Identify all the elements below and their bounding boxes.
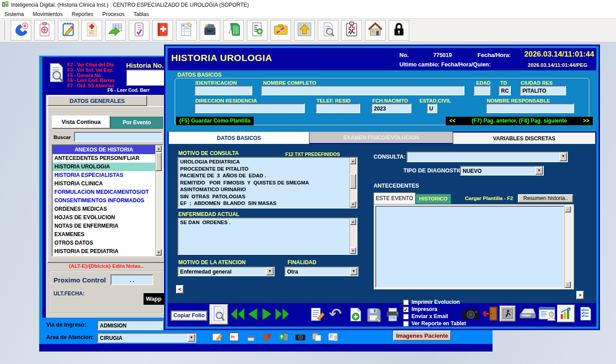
imagenes-paciente-button[interactable]: Imagenes Paciente <box>393 331 451 341</box>
medical-clipboard-button[interactable] <box>341 20 362 41</box>
phone-add-button[interactable] <box>11 20 31 41</box>
wapp-button[interactable]: Wapp <box>144 293 164 305</box>
list-item[interactable]: CONSENTIMIENTOS INFORMADOS <box>53 196 155 205</box>
menu-sistema[interactable]: Sistema <box>0 10 28 18</box>
chevron-down-icon[interactable]: ▼ <box>350 267 357 275</box>
anexos-scrollbar[interactable]: ▲ ▼ <box>155 145 162 256</box>
list-item[interactable]: HOJAS DE EVOLUCION <box>53 213 155 222</box>
scanner-button[interactable] <box>518 307 537 323</box>
edit-record-button[interactable] <box>309 307 325 324</box>
chart-button[interactable] <box>557 305 575 323</box>
list-item[interactable]: HISTORIA UROLOGIA <box>53 163 155 171</box>
medical-book-button[interactable] <box>152 20 173 41</box>
scroll-thumb[interactable] <box>156 152 162 171</box>
estad-civil-input[interactable]: U <box>427 103 437 113</box>
camera-button[interactable] <box>461 306 480 323</box>
spreadsheet-edit-button[interactable] <box>176 20 197 41</box>
nombre-completo-input[interactable] <box>261 86 464 95</box>
checkbox[interactable] <box>403 299 409 305</box>
search-folio-button[interactable] <box>209 304 228 325</box>
scroll-down-icon[interactable]: ▼ <box>350 201 356 208</box>
list-item[interactable]: EXAMENES <box>53 230 155 239</box>
tipo-diagnostico-combo[interactable]: NUEVO ▼ <box>460 166 544 176</box>
tasks-button[interactable] <box>578 306 594 323</box>
menu-reportes[interactable]: Reportes <box>67 10 98 18</box>
history-doc-icon[interactable]: H: <box>228 331 241 341</box>
export-table-button[interactable] <box>105 20 126 41</box>
toolbox-button[interactable] <box>271 20 291 41</box>
scroll-up-icon[interactable]: ▲ <box>156 145 162 152</box>
scroll-right-button[interactable]: > <box>576 291 584 299</box>
upload-button[interactable] <box>294 20 315 41</box>
scroll-left-button[interactable]: < <box>176 285 184 294</box>
checkbox[interactable] <box>403 314 409 319</box>
list-item[interactable]: HISTORIA DE PEDIATRIA <box>53 247 155 256</box>
tab-historico[interactable]: HISTORICO <box>415 194 451 204</box>
antecedentes-scrollbar[interactable]: ▲ ▼ <box>564 206 571 288</box>
book-icon[interactable] <box>261 331 274 341</box>
new-record-button[interactable] <box>348 307 364 324</box>
home-button[interactable] <box>365 20 386 41</box>
document-medical-button[interactable] <box>82 20 102 41</box>
telef-input[interactable] <box>316 103 360 113</box>
save-button[interactable] <box>365 307 382 324</box>
nav-last-button[interactable] <box>275 307 290 323</box>
f12-predefinidos-hint[interactable]: F12 TXT PREDEFINIDOS <box>285 151 340 157</box>
motivo-scrollbar[interactable]: ▲ ▼ <box>349 158 357 208</box>
note-edit-icon[interactable] <box>212 331 224 341</box>
chevron-down-icon[interactable]: ▼ <box>535 167 543 175</box>
list-item[interactable]: NOTAS DE ENFERMERIA <box>53 222 155 230</box>
archive-box-button[interactable] <box>200 20 220 41</box>
notepad-edit-button[interactable] <box>58 20 78 41</box>
nav-next-button[interactable] <box>261 307 273 323</box>
list-item[interactable]: ORDENES MEDICAS <box>53 205 155 213</box>
scroll-up-icon[interactable]: ▲ <box>565 206 571 213</box>
chevron-down-icon[interactable]: ▼ <box>559 152 567 161</box>
direccion-input[interactable] <box>194 103 305 113</box>
responsable-input[interactable] <box>486 103 574 113</box>
cargar-plantilla-hint[interactable]: Cargar Plantilla - F2 <box>465 196 513 201</box>
pag-next-icon[interactable]: >> <box>583 117 589 125</box>
tab-datos-generales[interactable]: DATOS GENERALES <box>47 95 147 106</box>
chevron-down-icon[interactable]: ▼ <box>188 334 195 342</box>
enfermedad-actual-textarea[interactable]: SE DAN ORDENES . <box>177 217 357 255</box>
historia-no-input[interactable] <box>126 70 164 86</box>
scroll-down-icon[interactable]: ▼ <box>565 281 571 288</box>
checklist-button[interactable] <box>129 20 149 41</box>
guardar-plantilla-hint[interactable]: {F5} Guardar Como Plantilla <box>176 117 254 125</box>
lock-button[interactable] <box>389 20 409 41</box>
area-atencion-combo[interactable]: CIRUGIA ▼ <box>97 333 196 343</box>
tab-vista-continua[interactable]: Vista Continua <box>52 115 111 129</box>
print-button[interactable] <box>384 307 401 324</box>
exit-door-button[interactable] <box>482 306 499 323</box>
form-person-icon[interactable] <box>327 331 340 341</box>
finalidad-combo[interactable]: Otra ▼ <box>284 266 358 276</box>
tab-este-evento[interactable]: ESTE EVENTO <box>374 192 415 204</box>
chevron-down-icon[interactable]: ▼ <box>266 267 274 275</box>
phone-upload-icon[interactable] <box>278 331 290 341</box>
menu-movimientos[interactable]: Movimientos <box>28 10 67 18</box>
scroll-down-icon[interactable]: ▼ <box>156 249 162 256</box>
copy-docs-icon[interactable] <box>311 331 323 341</box>
printer-icon[interactable] <box>245 331 257 341</box>
pag-prev-icon[interactable]: << <box>449 117 456 125</box>
enfermedad-scrollbar[interactable]: ▲ ▼ <box>349 218 357 254</box>
motivo-atencion-combo[interactable]: Enfermedad general ▼ <box>177 266 275 276</box>
list-item[interactable]: ANTECEDENTES PERSON/FLIAR <box>53 154 155 163</box>
exit-person-button[interactable] <box>500 306 516 322</box>
clipboard-add-button[interactable] <box>34 20 55 41</box>
search-history-icon[interactable] <box>47 62 66 85</box>
checkbox[interactable]: ✓ <box>403 307 409 312</box>
checkbox[interactable] <box>403 321 409 327</box>
copiar-folio-button[interactable]: Copiar Folio <box>171 311 207 320</box>
antecedentes-textarea[interactable] <box>375 206 564 288</box>
list-item[interactable]: HISTORIA ESPECIALISTAS <box>53 171 155 180</box>
undo-button[interactable]: ↶ <box>329 306 342 322</box>
buscar-input[interactable] <box>74 132 162 142</box>
patient-form-button[interactable] <box>538 306 556 323</box>
document-target-button[interactable] <box>247 20 267 41</box>
td-input[interactable]: RC <box>498 86 511 95</box>
scroll-down-icon[interactable]: ▼ <box>350 247 356 254</box>
list-item[interactable]: FORMULACION MEDICAMENTOS/OT <box>53 188 155 196</box>
green-book-button[interactable] <box>223 20 244 41</box>
